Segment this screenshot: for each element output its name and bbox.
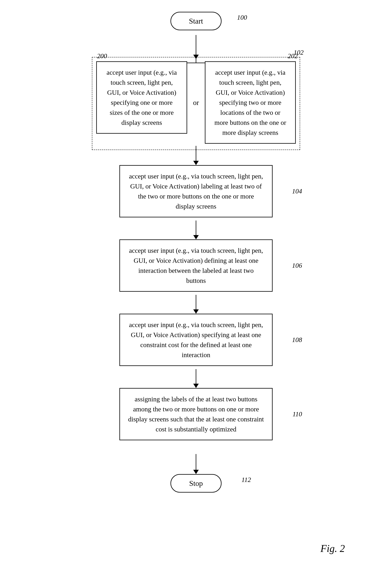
svg-marker-9 xyxy=(193,161,199,165)
svg-marker-13 xyxy=(193,309,199,314)
stop-pill: Stop xyxy=(170,474,222,493)
ref-110: 110 xyxy=(293,410,302,418)
parallel-boxes-wrapper: 200 accept user input (e.g., via touch s… xyxy=(96,61,296,144)
box-108-text: accept user input (e.g., via touch scree… xyxy=(129,321,263,359)
start-label: Start xyxy=(189,17,203,25)
box-104-wrapper: accept user input (e.g., via touch scree… xyxy=(119,165,273,217)
or-label: or xyxy=(191,61,201,144)
box-106: accept user input (e.g., via touch scree… xyxy=(119,239,273,292)
start-pill: Start xyxy=(170,12,222,30)
ref-202: 202 xyxy=(288,52,298,60)
box-200: accept user input (e.g., via touch scree… xyxy=(96,61,187,134)
svg-marker-15 xyxy=(193,384,199,388)
box-104-text: accept user input (e.g., via touch scree… xyxy=(129,173,263,210)
box-110: assigning the labels of the at least two… xyxy=(119,388,273,440)
box-202: accept user input (e.g., via touch scree… xyxy=(205,61,296,144)
ref-200: 200 xyxy=(97,52,107,60)
fig-caption: Fig. 2 xyxy=(321,543,345,554)
box-202-text: accept user input (e.g., via touch scree… xyxy=(214,69,286,136)
svg-marker-11 xyxy=(193,235,199,239)
box-104: accept user input (e.g., via touch scree… xyxy=(119,165,273,217)
box-108-wrapper: accept user input (e.g., via touch scree… xyxy=(119,314,273,366)
box-202-wrapper: 202 accept user input (e.g., via touch s… xyxy=(205,61,296,144)
svg-marker-17 xyxy=(193,470,199,474)
stop-label: Stop xyxy=(189,479,203,487)
start-node: Start 100 xyxy=(170,12,222,30)
box-108: accept user input (e.g., via touch scree… xyxy=(119,314,273,366)
box-200-wrapper: 200 accept user input (e.g., via touch s… xyxy=(96,61,187,144)
box-110-text: assigning the labels of the at least two… xyxy=(128,395,264,433)
stop-node: Stop 112 xyxy=(170,474,222,493)
dashed-group-102: 102 200 accept user input (e.g., via tou… xyxy=(92,57,300,150)
ref-104: 104 xyxy=(292,188,302,195)
ref-112: 112 xyxy=(242,476,251,483)
box-110-wrapper: assigning the labels of the at least two… xyxy=(119,388,273,440)
ref-100: 100 xyxy=(237,14,247,21)
box-106-text: accept user input (e.g., via touch scree… xyxy=(129,247,263,284)
diagram-container: Start 100 102 200 accept user input (e.g… xyxy=(0,0,392,570)
ref-108: 108 xyxy=(292,336,302,344)
ref-106: 106 xyxy=(292,262,302,269)
box-106-wrapper: accept user input (e.g., via touch scree… xyxy=(119,239,273,292)
box-200-text: accept user input (e.g., via touch scree… xyxy=(107,69,177,126)
